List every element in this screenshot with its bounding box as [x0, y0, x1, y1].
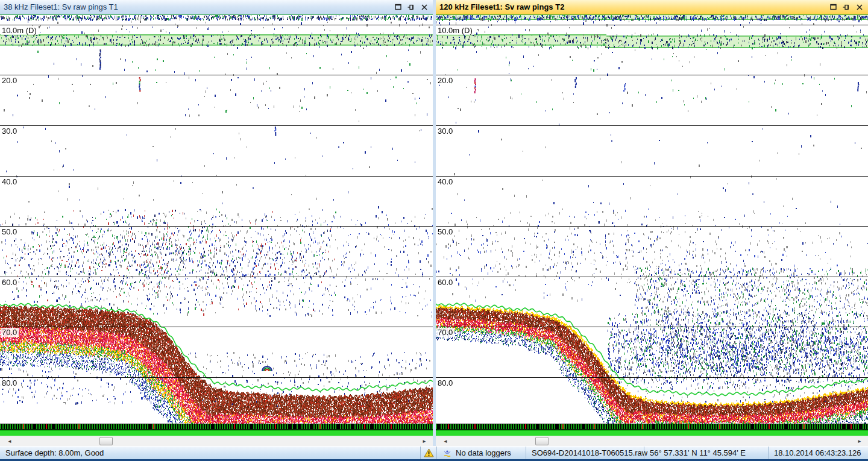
- panel-titlebar-120khz[interactable]: 120 kHz Fileset1: Sv raw pings T2: [436, 0, 868, 14]
- maximize-icon[interactable]: [394, 3, 402, 11]
- h-scrollbar-120khz[interactable]: ◄ ►: [436, 436, 868, 446]
- filename-text: SO694-D20141018-T060515.raw: [532, 448, 647, 457]
- surface-depth-text: Surface depth: 8.00m, Good: [5, 448, 104, 457]
- datetime-text: 18.10.2014 06:43:23.126: [774, 448, 861, 457]
- status-data-loggers: No data loggers: [436, 447, 526, 459]
- pin-icon[interactable]: [407, 3, 415, 11]
- scroll-thumb[interactable]: [99, 437, 113, 445]
- data-logger-icon[interactable]: [442, 448, 452, 457]
- status-datetime: 18.10.2014 06:43:23.126: [768, 447, 868, 459]
- panel-titlebar-38khz[interactable]: 38 kHz Fileset1: Sv raw pings T1: [0, 0, 433, 14]
- panel-title: 38 kHz Fileset1: Sv raw pings T1: [2, 2, 394, 11]
- pin-icon[interactable]: [842, 3, 851, 11]
- status-warning: [420, 447, 436, 459]
- close-icon[interactable]: [855, 3, 864, 11]
- echogram-panel-120khz: 120 kHz Fileset1: Sv raw pings T2 ◄ ►: [436, 0, 868, 446]
- panel-title: 120 kHz Fileset1: Sv raw pings T2: [438, 2, 829, 11]
- echogram-panel-38khz: 38 kHz Fileset1: Sv raw pings T1 ◄ ►: [0, 0, 433, 446]
- maximize-icon[interactable]: [829, 3, 837, 11]
- status-surface-depth: Surface depth: 8.00m, Good: [0, 447, 420, 459]
- status-bar: Surface depth: 8.00m, Good No data logge…: [0, 446, 868, 461]
- scroll-left-icon[interactable]: ◄: [441, 437, 450, 445]
- close-icon[interactable]: [420, 3, 429, 11]
- scroll-thumb[interactable]: [535, 437, 549, 445]
- echogram-canvas-38khz[interactable]: [0, 14, 433, 436]
- data-loggers-text: No data loggers: [456, 448, 511, 457]
- echogram-workspace: 38 kHz Fileset1: Sv raw pings T1 ◄ ►: [0, 0, 868, 461]
- h-scrollbar-38khz[interactable]: ◄ ►: [0, 436, 433, 446]
- status-filename: SO694-D20141018-T060515.raw: [526, 447, 644, 459]
- scroll-left-icon[interactable]: ◄: [5, 437, 14, 445]
- titlebar-buttons: [394, 3, 430, 11]
- status-gps-position: 56° 57.331' N 11° 45.594' E: [644, 447, 768, 459]
- warning-icon[interactable]: [424, 448, 434, 457]
- echogram-canvas-120khz[interactable]: [436, 14, 868, 436]
- scroll-right-icon[interactable]: ►: [855, 437, 864, 445]
- scroll-right-icon[interactable]: ►: [420, 437, 429, 445]
- titlebar-buttons: [829, 3, 866, 11]
- gps-position-text: 56° 57.331' N 11° 45.594' E: [650, 448, 746, 457]
